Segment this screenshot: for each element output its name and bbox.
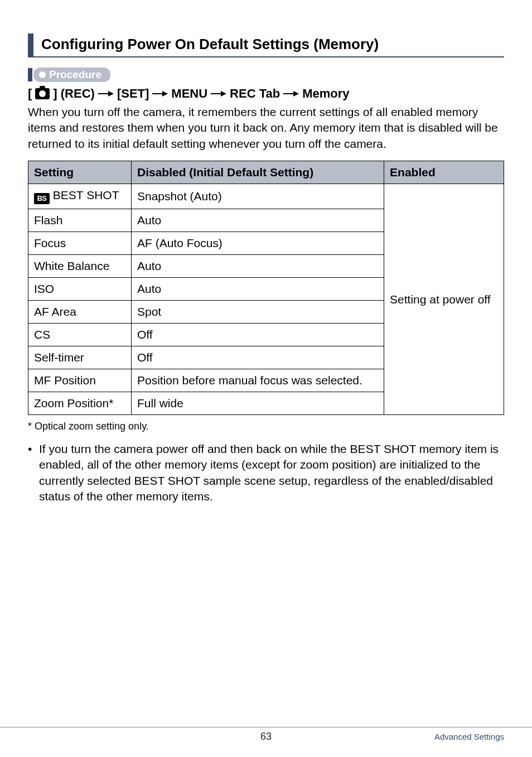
- cell-setting: Focus: [28, 232, 132, 255]
- cell-setting: ISO: [28, 278, 132, 301]
- camera-icon: [35, 88, 50, 99]
- cell-disabled: Off: [131, 346, 384, 369]
- bullet-paragraph: • If you turn the camera power off and t…: [28, 441, 504, 504]
- cell-setting: Self-timer: [28, 346, 132, 369]
- cell-setting: AF Area: [28, 301, 132, 324]
- path-rec-open: [: [28, 86, 32, 101]
- procedure-label-text: Procedure: [49, 69, 101, 81]
- cell-enabled: Setting at power off: [384, 184, 504, 415]
- procedure-badge-row: Procedure: [28, 67, 504, 82]
- arrow-icon: [98, 90, 114, 98]
- cell-disabled: Full wide: [131, 392, 384, 415]
- arrow-icon: [211, 90, 226, 98]
- settings-table: Setting Disabled (Initial Default Settin…: [28, 161, 504, 415]
- cell-disabled: Auto: [131, 255, 384, 278]
- procedure-path: [ ] (REC) [SET] MENU REC Tab Memory: [28, 86, 504, 101]
- footnote-marker: *: [28, 421, 32, 432]
- procedure-tick: [28, 68, 32, 81]
- cell-setting: White Balance: [28, 255, 132, 278]
- path-memory: Memory: [302, 86, 349, 101]
- cell-setting: CS: [28, 324, 132, 346]
- heading-accent-bar: [28, 33, 33, 56]
- cell-disabled: Off: [131, 324, 384, 346]
- cell-setting: MF Position: [28, 369, 132, 392]
- cell-disabled: Auto: [131, 209, 384, 232]
- path-rec-close: ] (REC): [53, 86, 95, 101]
- bullet-text: If you turn the camera power off and the…: [39, 441, 504, 504]
- section-heading: Configuring Power On Default Settings (M…: [28, 33, 504, 57]
- table-row: BS BEST SHOT Snapshot (Auto) Setting at …: [28, 184, 504, 209]
- procedure-bullet-icon: [39, 71, 46, 78]
- heading-title: Configuring Power On Default Settings (M…: [41, 33, 379, 56]
- bullet-dot: •: [28, 441, 39, 504]
- cell-setting-text: BEST SHOT: [50, 189, 119, 201]
- cell-disabled: Snapshot (Auto): [131, 184, 384, 209]
- cell-disabled: Auto: [131, 278, 384, 301]
- cell-setting: Flash: [28, 209, 132, 232]
- cell-disabled: Spot: [131, 301, 384, 324]
- cell-disabled: AF (Auto Focus): [131, 232, 384, 255]
- intro-paragraph: When you turn off the camera, it remembe…: [28, 104, 504, 152]
- table-header-row: Setting Disabled (Initial Default Settin…: [28, 161, 504, 184]
- path-rec-tab: REC Tab: [230, 86, 280, 101]
- cell-disabled: Position before manual focus was selecte…: [131, 369, 384, 392]
- bs-icon: BS: [34, 193, 50, 204]
- path-set: [SET]: [117, 86, 149, 101]
- footer-section-label: Advanced Settings: [434, 732, 504, 741]
- procedure-label: Procedure: [33, 67, 110, 82]
- page-footer: 63 Advanced Settings: [0, 727, 532, 742]
- footnote-text: Optical zoom setting only.: [35, 421, 149, 432]
- cell-setting: Zoom Position*: [28, 392, 132, 415]
- th-disabled: Disabled (Initial Default Setting): [131, 161, 384, 184]
- footnote: * Optical zoom setting only.: [28, 421, 504, 432]
- th-enabled: Enabled: [384, 161, 504, 184]
- cell-setting: BS BEST SHOT: [28, 184, 132, 209]
- th-setting: Setting: [28, 161, 132, 184]
- arrow-icon: [152, 90, 168, 98]
- arrow-icon: [283, 90, 299, 98]
- path-menu: MENU: [171, 86, 207, 101]
